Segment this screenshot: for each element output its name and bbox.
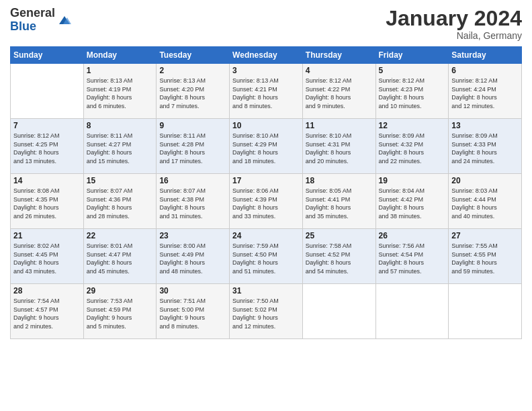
calendar-cell — [375, 284, 449, 339]
calendar-cell: 20Sunrise: 8:03 AM Sunset: 4:44 PM Dayli… — [449, 174, 522, 229]
cell-content: Sunrise: 8:11 AM Sunset: 4:28 PM Dayligh… — [159, 132, 226, 165]
day-number: 15 — [87, 176, 154, 185]
calendar-cell: 8Sunrise: 8:11 AM Sunset: 4:27 PM Daylig… — [83, 119, 157, 174]
cell-content: Sunrise: 8:12 AM Sunset: 4:24 PM Dayligh… — [451, 77, 519, 110]
calendar-cell: 23Sunrise: 8:00 AM Sunset: 4:49 PM Dayli… — [157, 229, 230, 284]
calendar-cell: 29Sunrise: 7:53 AM Sunset: 4:59 PM Dayli… — [83, 284, 157, 339]
calendar-cell: 31Sunrise: 7:50 AM Sunset: 5:02 PM Dayli… — [230, 284, 303, 339]
cell-content: Sunrise: 7:51 AM Sunset: 5:00 PM Dayligh… — [159, 297, 226, 330]
day-number: 28 — [13, 286, 81, 295]
page: General Blue January 2024 Naila, Germany… — [0, 0, 532, 411]
week-row-5: 28Sunrise: 7:54 AM Sunset: 4:57 PM Dayli… — [11, 284, 522, 339]
week-row-3: 14Sunrise: 8:08 AM Sunset: 4:35 PM Dayli… — [11, 174, 522, 229]
calendar-cell: 24Sunrise: 7:59 AM Sunset: 4:50 PM Dayli… — [230, 229, 303, 284]
cell-content: Sunrise: 8:07 AM Sunset: 4:38 PM Dayligh… — [159, 187, 226, 220]
cell-content: Sunrise: 8:01 AM Sunset: 4:47 PM Dayligh… — [87, 242, 154, 275]
day-number: 10 — [232, 121, 300, 130]
calendar-cell: 5Sunrise: 8:12 AM Sunset: 4:23 PM Daylig… — [375, 64, 449, 119]
header-row: SundayMondayTuesdayWednesdayThursdayFrid… — [11, 47, 522, 64]
cell-content: Sunrise: 8:13 AM Sunset: 4:20 PM Dayligh… — [159, 77, 226, 110]
day-number: 17 — [232, 176, 300, 185]
cell-content: Sunrise: 8:08 AM Sunset: 4:35 PM Dayligh… — [13, 187, 81, 220]
day-number: 11 — [306, 121, 373, 130]
day-number: 9 — [159, 121, 226, 130]
cell-content: Sunrise: 7:53 AM Sunset: 4:59 PM Dayligh… — [87, 297, 154, 330]
cell-content: Sunrise: 8:12 AM Sunset: 4:22 PM Dayligh… — [306, 77, 373, 110]
day-number: 2 — [159, 66, 226, 75]
calendar-cell: 16Sunrise: 8:07 AM Sunset: 4:38 PM Dayli… — [157, 174, 230, 229]
day-number: 1 — [87, 66, 154, 75]
day-header-wednesday: Wednesday — [230, 47, 303, 64]
day-number: 24 — [232, 231, 300, 240]
day-header-sunday: Sunday — [11, 47, 84, 64]
day-header-thursday: Thursday — [302, 47, 375, 64]
cell-content: Sunrise: 8:10 AM Sunset: 4:29 PM Dayligh… — [232, 132, 300, 165]
day-number: 12 — [379, 121, 446, 130]
calendar-cell: 7Sunrise: 8:12 AM Sunset: 4:25 PM Daylig… — [11, 119, 84, 174]
cell-content: Sunrise: 8:09 AM Sunset: 4:32 PM Dayligh… — [379, 132, 446, 165]
calendar-table: SundayMondayTuesdayWednesdayThursdayFrid… — [10, 46, 522, 339]
cell-content: Sunrise: 7:58 AM Sunset: 4:52 PM Dayligh… — [306, 242, 373, 275]
cell-content: Sunrise: 8:03 AM Sunset: 4:44 PM Dayligh… — [451, 187, 519, 220]
day-number: 21 — [13, 231, 81, 240]
calendar-cell: 17Sunrise: 8:06 AM Sunset: 4:39 PM Dayli… — [230, 174, 303, 229]
day-number: 13 — [451, 121, 519, 130]
cell-content: Sunrise: 8:11 AM Sunset: 4:27 PM Dayligh… — [87, 132, 154, 165]
cell-content: Sunrise: 8:12 AM Sunset: 4:23 PM Dayligh… — [379, 77, 446, 110]
cell-content: Sunrise: 8:00 AM Sunset: 4:49 PM Dayligh… — [159, 242, 226, 275]
header: General Blue January 2024 Naila, Germany — [10, 7, 522, 41]
day-number: 5 — [379, 66, 446, 75]
cell-content: Sunrise: 7:54 AM Sunset: 4:57 PM Dayligh… — [13, 297, 81, 330]
day-number: 26 — [379, 231, 446, 240]
calendar-cell: 19Sunrise: 8:04 AM Sunset: 4:42 PM Dayli… — [375, 174, 449, 229]
calendar-cell — [449, 284, 522, 339]
day-header-saturday: Saturday — [449, 47, 522, 64]
cell-content: Sunrise: 8:07 AM Sunset: 4:36 PM Dayligh… — [87, 187, 154, 220]
cell-content: Sunrise: 8:02 AM Sunset: 4:45 PM Dayligh… — [13, 242, 81, 275]
cell-content: Sunrise: 8:06 AM Sunset: 4:39 PM Dayligh… — [232, 187, 300, 220]
day-number: 18 — [306, 176, 373, 185]
day-number: 25 — [306, 231, 373, 240]
calendar-cell: 22Sunrise: 8:01 AM Sunset: 4:47 PM Dayli… — [83, 229, 157, 284]
day-number: 3 — [232, 66, 300, 75]
day-header-friday: Friday — [375, 47, 449, 64]
cell-content: Sunrise: 8:09 AM Sunset: 4:33 PM Dayligh… — [451, 132, 519, 165]
cell-content: Sunrise: 7:50 AM Sunset: 5:02 PM Dayligh… — [232, 297, 300, 330]
calendar-cell: 27Sunrise: 7:55 AM Sunset: 4:55 PM Dayli… — [449, 229, 522, 284]
day-number: 23 — [159, 231, 226, 240]
day-number: 29 — [87, 286, 154, 295]
calendar-cell: 3Sunrise: 8:13 AM Sunset: 4:21 PM Daylig… — [230, 64, 303, 119]
day-number: 27 — [451, 231, 519, 240]
calendar-cell — [302, 284, 375, 339]
day-number: 31 — [232, 286, 300, 295]
calendar-cell: 28Sunrise: 7:54 AM Sunset: 4:57 PM Dayli… — [11, 284, 84, 339]
calendar-cell: 1Sunrise: 8:13 AM Sunset: 4:19 PM Daylig… — [83, 64, 157, 119]
calendar-cell: 10Sunrise: 8:10 AM Sunset: 4:29 PM Dayli… — [230, 119, 303, 174]
day-number: 22 — [87, 231, 154, 240]
logo-icon — [56, 12, 73, 28]
logo-text: General Blue — [10, 7, 73, 34]
calendar-cell: 18Sunrise: 8:05 AM Sunset: 4:41 PM Dayli… — [302, 174, 375, 229]
cell-content: Sunrise: 8:13 AM Sunset: 4:21 PM Dayligh… — [232, 77, 300, 110]
cell-content: Sunrise: 7:55 AM Sunset: 4:55 PM Dayligh… — [451, 242, 519, 275]
day-header-tuesday: Tuesday — [157, 47, 230, 64]
day-number: 14 — [13, 176, 81, 185]
week-row-2: 7Sunrise: 8:12 AM Sunset: 4:25 PM Daylig… — [11, 119, 522, 174]
cell-content: Sunrise: 8:05 AM Sunset: 4:41 PM Dayligh… — [306, 187, 373, 220]
location: Naila, Germany — [386, 30, 522, 41]
logo: General Blue — [10, 7, 73, 34]
calendar-cell: 25Sunrise: 7:58 AM Sunset: 4:52 PM Dayli… — [302, 229, 375, 284]
calendar-cell: 12Sunrise: 8:09 AM Sunset: 4:32 PM Dayli… — [375, 119, 449, 174]
day-header-monday: Monday — [83, 47, 157, 64]
cell-content: Sunrise: 7:56 AM Sunset: 4:54 PM Dayligh… — [379, 242, 446, 275]
cell-content: Sunrise: 8:12 AM Sunset: 4:25 PM Dayligh… — [13, 132, 81, 165]
week-row-4: 21Sunrise: 8:02 AM Sunset: 4:45 PM Dayli… — [11, 229, 522, 284]
cell-content: Sunrise: 8:13 AM Sunset: 4:19 PM Dayligh… — [87, 77, 154, 110]
calendar-cell: 9Sunrise: 8:11 AM Sunset: 4:28 PM Daylig… — [157, 119, 230, 174]
title-block: January 2024 Naila, Germany — [386, 7, 522, 41]
calendar-cell: 2Sunrise: 8:13 AM Sunset: 4:20 PM Daylig… — [157, 64, 230, 119]
calendar-cell: 30Sunrise: 7:51 AM Sunset: 5:00 PM Dayli… — [157, 284, 230, 339]
calendar-cell: 6Sunrise: 8:12 AM Sunset: 4:24 PM Daylig… — [449, 64, 522, 119]
calendar-cell: 14Sunrise: 8:08 AM Sunset: 4:35 PM Dayli… — [11, 174, 84, 229]
calendar-cell: 15Sunrise: 8:07 AM Sunset: 4:36 PM Dayli… — [83, 174, 157, 229]
